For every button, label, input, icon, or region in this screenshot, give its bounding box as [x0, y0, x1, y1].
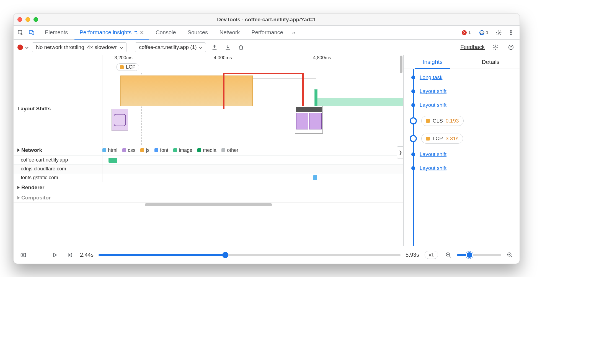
tab-network[interactable]: Network	[215, 26, 245, 39]
vertical-scrollbar[interactable]	[399, 55, 403, 157]
row-compositor[interactable]: Compositor	[14, 193, 403, 202]
insight-link[interactable]: Layout shift	[420, 88, 446, 94]
record-button[interactable]	[17, 45, 23, 50]
device-toggle-icon[interactable]	[27, 28, 36, 37]
row-renderer[interactable]: Renderer	[14, 182, 403, 193]
chevron-down-icon	[120, 46, 123, 49]
import-icon[interactable]	[223, 43, 233, 52]
sidebar-tab-details[interactable]: Details	[462, 55, 520, 69]
timeline-node-icon	[411, 89, 415, 93]
settings-icon[interactable]	[494, 28, 503, 37]
message-icon: 💬	[479, 30, 484, 35]
throttling-select[interactable]: No network throttling, 4× slowdown	[32, 42, 127, 52]
request-bar	[313, 175, 317, 180]
metric-name: LCP	[433, 136, 443, 142]
insight-item[interactable]: Layout shift	[407, 84, 514, 98]
record-menu-chevron-icon[interactable]	[25, 46, 28, 49]
play-icon[interactable]	[50, 250, 60, 260]
layout-shifts-track[interactable]	[102, 73, 403, 145]
insight-link[interactable]: Layout shift	[420, 102, 446, 108]
svg-rect-9	[21, 253, 26, 257]
toggle-preview-icon[interactable]	[19, 250, 28, 260]
screenshot-thumbnail[interactable]	[295, 106, 323, 134]
collapse-sidebar-button[interactable]: ❯	[397, 146, 403, 158]
insight-item[interactable]: Long task	[407, 71, 514, 84]
message-badge[interactable]: 💬 1	[477, 29, 491, 36]
renderer-label: Renderer	[21, 184, 44, 191]
close-tab-icon[interactable]: ✕	[140, 30, 144, 36]
ruler-label	[14, 55, 102, 73]
lcp-marker-pill[interactable]: LCP	[116, 63, 139, 71]
page-select[interactable]: coffee-cart.netlify.app (1)	[135, 42, 206, 52]
legend-image: image	[179, 147, 192, 153]
zoom-in-icon[interactable]	[505, 250, 515, 260]
error-badge[interactable]: ✕ 1	[459, 29, 474, 36]
window-title: DevTools - coffee-cart.netlify.app/?ad=1	[14, 17, 520, 23]
tab-label: Performance	[251, 29, 283, 36]
feedback-link[interactable]: Feedback	[460, 44, 485, 50]
network-origin-row[interactable]: fonts.gstatic.com	[14, 173, 403, 182]
slider-handle[interactable]	[466, 251, 473, 259]
insights-list[interactable]: Long task Layout shift Layout shift CLS …	[404, 69, 520, 246]
insight-link[interactable]: Layout shift	[420, 165, 446, 171]
activity-block-green	[316, 98, 403, 106]
panel-settings-icon[interactable]	[491, 43, 500, 52]
insight-item[interactable]: Layout shift	[407, 147, 514, 161]
legend-html: html	[108, 147, 117, 153]
network-origin-row[interactable]: coffee-cart.netlify.app	[14, 155, 403, 164]
horizontal-scrollbar[interactable]	[14, 202, 403, 207]
timeline-node-icon	[411, 152, 415, 156]
insight-item[interactable]: Layout shift	[407, 161, 514, 175]
expand-icon	[17, 149, 20, 152]
tab-label: Elements	[45, 29, 68, 36]
titlebar: DevTools - coffee-cart.netlify.app/?ad=1	[14, 14, 520, 26]
help-icon[interactable]	[506, 43, 516, 52]
tab-sources[interactable]: Sources	[183, 26, 213, 39]
row-network[interactable]: Network html css js font image media oth…	[14, 145, 403, 155]
metric-pill[interactable]: CLS 0.193	[421, 116, 464, 126]
metric-value: 0.193	[446, 118, 459, 124]
tab-performance[interactable]: Performance	[246, 26, 288, 39]
sidebar-tab-insights[interactable]: Insights	[404, 55, 462, 69]
time-ruler[interactable]: 3,200ms 4,000ms 4,800ms	[102, 55, 403, 62]
tab-label: Sources	[188, 29, 208, 36]
timeline-node-icon	[411, 166, 415, 170]
insight-item[interactable]: Layout shift	[407, 98, 514, 112]
range-start-label: 2.44s	[80, 252, 94, 258]
overflow-tabs-button[interactable]: »	[290, 26, 297, 39]
zoom-out-icon[interactable]	[444, 250, 453, 260]
legend-media: media	[203, 147, 216, 153]
inspect-element-icon[interactable]	[16, 28, 25, 37]
export-icon[interactable]	[210, 43, 219, 52]
screenshot-thumbnail[interactable]	[112, 109, 128, 131]
zoom-slider[interactable]	[457, 254, 501, 256]
slider-handle[interactable]	[222, 252, 228, 258]
timeline-node-icon	[411, 76, 415, 79]
ruler-tick: 3,200ms	[114, 55, 132, 61]
tab-label: Insights	[423, 59, 443, 65]
main-tabstrip: Elements Performance insights ⚗ ✕ Consol…	[14, 26, 520, 40]
insight-item-metric[interactable]: CLS 0.193	[407, 112, 514, 130]
tab-elements[interactable]: Elements	[40, 26, 73, 39]
more-menu-icon[interactable]	[506, 28, 516, 37]
network-origin-row[interactable]: cdnjs.cloudflare.com	[14, 164, 403, 173]
square-icon	[426, 137, 430, 141]
compositor-label: Compositor	[21, 195, 51, 201]
activity-spike-green	[314, 89, 317, 106]
time-range-slider[interactable]: 2.44s 5.93s	[80, 252, 419, 258]
range-end-label: 5.93s	[406, 252, 419, 258]
timeline-node-icon	[411, 103, 415, 107]
delete-icon[interactable]	[236, 43, 246, 52]
insight-link[interactable]: Layout shift	[420, 151, 446, 157]
tab-performance-insights[interactable]: Performance insights ⚗ ✕	[74, 26, 149, 39]
insight-item-metric[interactable]: LCP 3.31s	[407, 130, 514, 147]
page-select-label: coffee-cart.netlify.app (1)	[139, 44, 197, 50]
timeline-node-icon	[410, 117, 417, 124]
square-icon	[426, 119, 430, 123]
tab-console[interactable]: Console	[151, 26, 181, 39]
rewind-icon[interactable]	[65, 250, 74, 260]
playback-speed-button[interactable]: x1	[425, 251, 438, 259]
lcp-pill-label: LCP	[126, 64, 136, 70]
insight-link[interactable]: Long task	[420, 74, 442, 80]
metric-pill[interactable]: LCP 3.31s	[421, 134, 463, 144]
